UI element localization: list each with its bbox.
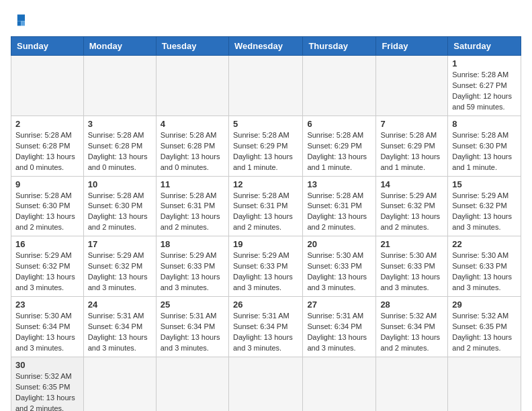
day-number: 9 [15,179,79,189]
day-info: Sunrise: 5:32 AM Sunset: 6:34 PM Dayligh… [380,311,443,354]
day-info: Sunrise: 5:29 AM Sunset: 6:32 PM Dayligh… [380,191,443,234]
day-info: Sunrise: 5:28 AM Sunset: 6:30 PM Dayligh… [88,191,152,234]
calendar-cell [376,357,448,411]
calendar-cell: 23Sunrise: 5:30 AM Sunset: 6:34 PM Dayli… [11,297,84,357]
calendar-cell: 7Sunrise: 5:28 AM Sunset: 6:29 PM Daylig… [376,116,448,176]
calendar-cell: 6Sunrise: 5:28 AM Sunset: 6:29 PM Daylig… [303,116,376,176]
weekday-header-tuesday: Tuesday [156,37,228,56]
day-number: 30 [15,360,79,370]
day-info: Sunrise: 5:29 AM Sunset: 6:32 PM Dayligh… [88,250,152,293]
day-number: 10 [88,179,152,189]
day-number: 23 [15,300,79,310]
day-number: 25 [161,300,224,310]
logo [11,11,32,30]
calendar-cell: 2Sunrise: 5:28 AM Sunset: 6:28 PM Daylig… [11,116,84,176]
day-info: Sunrise: 5:29 AM Sunset: 6:33 PM Dayligh… [233,250,298,293]
calendar-cell: 3Sunrise: 5:28 AM Sunset: 6:28 PM Daylig… [83,116,156,176]
calendar-cell: 19Sunrise: 5:29 AM Sunset: 6:33 PM Dayli… [228,236,302,297]
day-number: 3 [88,119,152,129]
day-number: 8 [452,119,517,129]
day-info: Sunrise: 5:31 AM Sunset: 6:34 PM Dayligh… [161,311,224,354]
calendar-cell: 28Sunrise: 5:32 AM Sunset: 6:34 PM Dayli… [376,297,448,357]
calendar-cell: 30Sunrise: 5:32 AM Sunset: 6:35 PM Dayli… [11,357,84,411]
calendar-cell: 27Sunrise: 5:31 AM Sunset: 6:34 PM Dayli… [303,297,376,357]
day-number: 15 [452,179,517,189]
day-number: 21 [380,239,443,249]
calendar-cell [228,357,302,411]
day-info: Sunrise: 5:28 AM Sunset: 6:28 PM Dayligh… [88,130,152,173]
day-number: 27 [307,300,371,310]
calendar-cell: 16Sunrise: 5:29 AM Sunset: 6:32 PM Dayli… [11,236,84,297]
calendar-cell [83,56,156,116]
day-info: Sunrise: 5:31 AM Sunset: 6:34 PM Dayligh… [307,311,371,354]
week-row-5: 23Sunrise: 5:30 AM Sunset: 6:34 PM Dayli… [11,297,521,357]
calendar-cell [228,56,302,116]
day-info: Sunrise: 5:30 AM Sunset: 6:33 PM Dayligh… [452,250,517,293]
day-number: 28 [380,300,443,310]
calendar-cell: 8Sunrise: 5:28 AM Sunset: 6:30 PM Daylig… [448,116,521,176]
day-number: 13 [307,179,371,189]
day-info: Sunrise: 5:30 AM Sunset: 6:33 PM Dayligh… [307,250,371,293]
weekday-header-monday: Monday [83,37,156,56]
weekday-header-row: SundayMondayTuesdayWednesdayThursdayFrid… [11,37,521,56]
day-number: 20 [307,239,371,249]
day-info: Sunrise: 5:28 AM Sunset: 6:30 PM Dayligh… [452,130,517,173]
header [11,11,521,30]
day-info: Sunrise: 5:30 AM Sunset: 6:34 PM Dayligh… [15,311,79,354]
calendar-cell: 25Sunrise: 5:31 AM Sunset: 6:34 PM Dayli… [156,297,228,357]
calendar-cell [303,357,376,411]
calendar-cell: 20Sunrise: 5:30 AM Sunset: 6:33 PM Dayli… [303,236,376,297]
day-number: 19 [233,239,298,249]
day-number: 22 [452,239,517,249]
day-info: Sunrise: 5:28 AM Sunset: 6:29 PM Dayligh… [307,130,371,173]
day-number: 6 [307,119,371,129]
day-number: 5 [233,119,298,129]
day-number: 18 [161,239,224,249]
calendar-cell: 10Sunrise: 5:28 AM Sunset: 6:30 PM Dayli… [83,176,156,236]
week-row-2: 2Sunrise: 5:28 AM Sunset: 6:28 PM Daylig… [11,116,521,176]
logo-icon [11,11,30,30]
calendar-cell [83,357,156,411]
day-number: 17 [88,239,152,249]
day-info: Sunrise: 5:32 AM Sunset: 6:35 PM Dayligh… [452,311,517,354]
day-info: Sunrise: 5:28 AM Sunset: 6:31 PM Dayligh… [161,191,224,234]
day-number: 7 [380,119,443,129]
calendar-cell: 15Sunrise: 5:29 AM Sunset: 6:32 PM Dayli… [448,176,521,236]
day-info: Sunrise: 5:28 AM Sunset: 6:29 PM Dayligh… [380,130,443,173]
calendar-cell [448,357,521,411]
day-number: 4 [161,119,224,129]
day-info: Sunrise: 5:31 AM Sunset: 6:34 PM Dayligh… [88,311,152,354]
svg-marker-0 [17,15,25,21]
week-row-4: 16Sunrise: 5:29 AM Sunset: 6:32 PM Dayli… [11,236,521,297]
calendar-cell: 5Sunrise: 5:28 AM Sunset: 6:29 PM Daylig… [228,116,302,176]
weekday-header-wednesday: Wednesday [228,37,302,56]
weekday-header-saturday: Saturday [448,37,521,56]
svg-marker-2 [21,21,25,26]
day-info: Sunrise: 5:30 AM Sunset: 6:33 PM Dayligh… [380,250,443,293]
calendar-cell: 14Sunrise: 5:29 AM Sunset: 6:32 PM Dayli… [376,176,448,236]
calendar-cell: 4Sunrise: 5:28 AM Sunset: 6:28 PM Daylig… [156,116,228,176]
day-info: Sunrise: 5:28 AM Sunset: 6:31 PM Dayligh… [307,191,371,234]
day-number: 29 [452,300,517,310]
svg-marker-1 [17,21,21,26]
day-info: Sunrise: 5:28 AM Sunset: 6:30 PM Dayligh… [15,191,79,234]
calendar-cell [376,56,448,116]
day-info: Sunrise: 5:28 AM Sunset: 6:27 PM Dayligh… [452,70,517,113]
calendar-cell [303,56,376,116]
calendar-cell: 21Sunrise: 5:30 AM Sunset: 6:33 PM Dayli… [376,236,448,297]
calendar-cell [156,357,228,411]
calendar-cell: 17Sunrise: 5:29 AM Sunset: 6:32 PM Dayli… [83,236,156,297]
day-number: 11 [161,179,224,189]
day-info: Sunrise: 5:29 AM Sunset: 6:32 PM Dayligh… [15,250,79,293]
weekday-header-sunday: Sunday [11,37,84,56]
calendar-cell [156,56,228,116]
day-info: Sunrise: 5:32 AM Sunset: 6:35 PM Dayligh… [15,371,79,411]
calendar-cell: 13Sunrise: 5:28 AM Sunset: 6:31 PM Dayli… [303,176,376,236]
calendar-table: SundayMondayTuesdayWednesdayThursdayFrid… [11,36,521,411]
week-row-1: 1Sunrise: 5:28 AM Sunset: 6:27 PM Daylig… [11,56,521,116]
day-info: Sunrise: 5:31 AM Sunset: 6:34 PM Dayligh… [233,311,298,354]
day-number: 1 [452,58,517,68]
day-number: 12 [233,179,298,189]
day-info: Sunrise: 5:28 AM Sunset: 6:28 PM Dayligh… [161,130,224,173]
day-info: Sunrise: 5:28 AM Sunset: 6:31 PM Dayligh… [233,191,298,234]
